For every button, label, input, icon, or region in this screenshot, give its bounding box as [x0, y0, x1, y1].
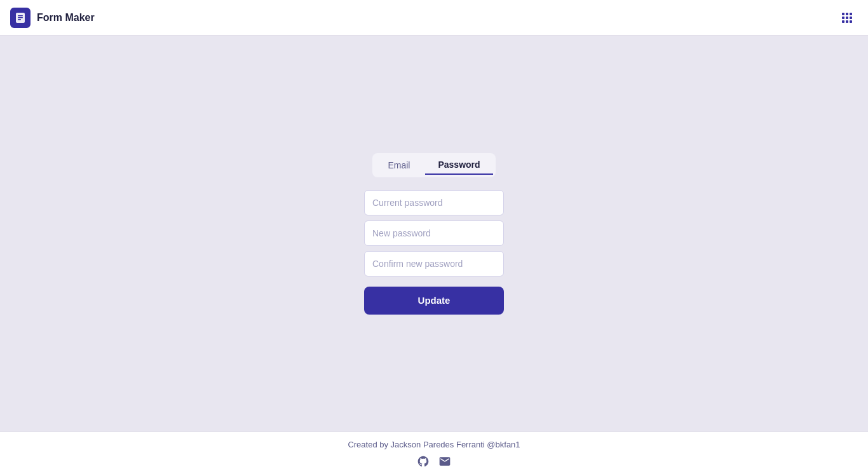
svg-rect-7	[842, 17, 844, 19]
input-group	[364, 190, 504, 276]
svg-rect-12	[850, 20, 852, 23]
email-icon[interactable]	[438, 454, 452, 468]
footer-credit-text: Created by Jackson Paredes Ferranti @bkf…	[348, 440, 520, 449]
confirm-new-password-input[interactable]	[364, 251, 504, 276]
app-footer: Created by Jackson Paredes Ferranti @bkf…	[0, 432, 868, 476]
app-title: Form Maker	[37, 12, 95, 24]
svg-rect-9	[850, 17, 852, 19]
svg-rect-8	[846, 17, 848, 19]
svg-rect-10	[842, 20, 844, 23]
svg-rect-11	[846, 20, 848, 23]
svg-rect-5	[846, 13, 848, 15]
footer-icons-container	[416, 454, 452, 468]
tab-password[interactable]: Password	[425, 156, 492, 175]
current-password-input[interactable]	[364, 190, 504, 215]
logo-icon	[10, 8, 31, 28]
svg-rect-1	[18, 15, 23, 17]
tabs-container: Email Password	[372, 153, 495, 177]
logo-container: Form Maker	[10, 8, 95, 28]
form-icon	[14, 11, 27, 24]
svg-rect-4	[842, 13, 844, 15]
svg-rect-6	[850, 13, 852, 15]
svg-rect-3	[18, 19, 21, 20]
update-button[interactable]: Update	[364, 287, 504, 315]
new-password-input[interactable]	[364, 221, 504, 246]
svg-rect-2	[18, 17, 23, 18]
tab-email[interactable]: Email	[375, 156, 423, 174]
grid-menu-icon[interactable]	[836, 7, 858, 29]
main-content: Email Password Update	[0, 36, 868, 432]
github-icon[interactable]	[416, 454, 430, 468]
app-header: Form Maker	[0, 0, 868, 36]
password-form-container: Email Password Update	[364, 153, 504, 315]
